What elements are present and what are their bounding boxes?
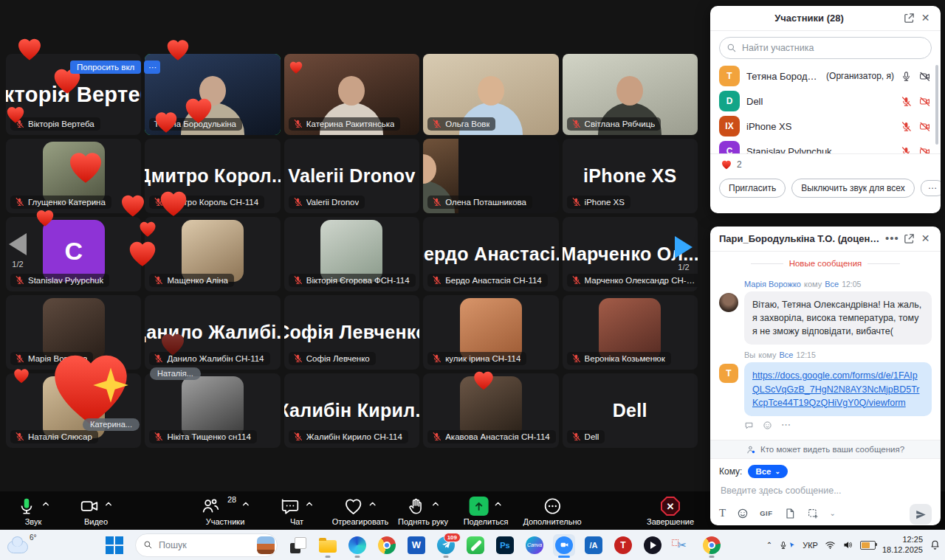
chat-message-input[interactable] — [719, 485, 935, 497]
popout-icon[interactable] — [903, 12, 915, 24]
emoji-icon[interactable] — [737, 508, 749, 519]
mute-all-button[interactable]: Выключить звук для всех — [791, 179, 914, 198]
toolbar-more[interactable]: Дополнительно — [523, 497, 581, 526]
chat-more-icon[interactable]: ••• — [885, 232, 898, 245]
invite-button[interactable]: Пригласить — [719, 179, 786, 198]
mic-in-use-indicator[interactable] — [779, 541, 796, 550]
chevron-up-icon[interactable] — [432, 501, 439, 507]
toolbar-end-meeting[interactable]: ✕ Завершение — [647, 497, 694, 526]
task-view-button[interactable] — [289, 536, 307, 554]
toolbar-react[interactable]: Отреагировать — [332, 497, 389, 526]
prev-page-arrow-icon[interactable] — [9, 233, 27, 255]
gallery-prev-page[interactable]: 1/2 — [9, 233, 27, 269]
participants-more-button[interactable]: ⋯ — [921, 180, 941, 196]
start-button[interactable] — [106, 536, 123, 554]
telegram-button[interactable]: 109 — [437, 536, 455, 554]
send-message-button[interactable] — [910, 504, 932, 525]
close-icon[interactable]: ✕ — [919, 232, 932, 245]
snipping-tool-button[interactable]: ✂ — [673, 536, 691, 554]
wifi-icon[interactable] — [825, 539, 836, 550]
chevron-up-icon[interactable] — [369, 501, 377, 507]
reply-icon[interactable] — [744, 421, 754, 430]
taskbar-search[interactable] — [135, 533, 278, 557]
close-icon[interactable]: ✕ — [919, 12, 932, 24]
participant-search-input[interactable] — [719, 37, 932, 59]
recipient-selector[interactable]: Все⌄ — [748, 465, 788, 478]
participant-row[interactable]: T Тетяна Бородулькі... (Организатор, я) — [710, 63, 941, 89]
popout-icon[interactable] — [903, 232, 915, 245]
file-explorer-button[interactable] — [319, 536, 337, 554]
media-player-button[interactable] — [644, 536, 662, 554]
video-tile[interactable]: Valerii Dronov Valerii Dronov — [284, 139, 419, 213]
video-tile[interactable]: Акавова Анастасія СН-114 — [423, 373, 558, 448]
gallery-next-page[interactable]: 1/2 — [675, 236, 693, 272]
video-tile[interactable]: Dell Dell — [563, 373, 698, 448]
video-tile[interactable]: Світлана Рябчиць — [563, 54, 698, 135]
chevron-up-icon[interactable] — [42, 501, 49, 507]
language-indicator[interactable]: УКР — [803, 541, 818, 550]
chrome-secondary-button[interactable] — [703, 536, 721, 554]
message-recipient[interactable]: Все — [825, 280, 839, 288]
notifications-bell-icon[interactable] — [929, 539, 941, 550]
next-page-arrow-icon[interactable] — [675, 236, 693, 258]
mic-icon[interactable] — [901, 71, 912, 82]
video-tile[interactable]: Жалибін Кирил... Жалибін Кирило СН-114 — [284, 373, 419, 448]
video-tile[interactable]: Олена Поташникова — [423, 139, 558, 213]
camera-off-icon[interactable] — [919, 96, 930, 107]
video-tile[interactable]: Тетяна Бородулькіна — [145, 54, 280, 135]
battery-icon[interactable] — [860, 541, 876, 550]
scrollbar-thumb[interactable] — [935, 65, 938, 145]
video-tile[interactable]: Данило Жалибі... Данило Жалибін СН-114 — [145, 295, 280, 370]
chevron-up-icon[interactable] — [242, 501, 250, 507]
toolbar-audio[interactable]: Звук — [17, 497, 49, 526]
camera-off-icon[interactable] — [919, 121, 930, 132]
tray-expand-icon[interactable]: ⌃ — [766, 541, 772, 549]
message-recipient[interactable]: Все — [780, 350, 794, 359]
video-tile[interactable]: Нікіта Тищенко сн114 — [145, 373, 280, 448]
notes-app-button[interactable] — [467, 536, 484, 554]
movavi-button[interactable]: /A — [585, 536, 602, 554]
ask-to-unmute-button[interactable]: Попросить вкл — [70, 61, 141, 74]
chevron-up-icon[interactable] — [306, 501, 313, 507]
participant-row[interactable]: IX iPhone XS — [710, 114, 941, 139]
add-reaction-icon[interactable] — [763, 421, 772, 430]
message-more-icon[interactable]: ⋯ — [781, 421, 791, 429]
canva-button[interactable]: Canva — [526, 536, 543, 554]
mic-muted-icon[interactable] — [901, 96, 912, 107]
format-text-icon[interactable]: T — [719, 507, 726, 519]
toolbar-raise-hand[interactable]: Поднять руку — [398, 497, 448, 526]
message-author[interactable]: Марія Ворожко — [744, 280, 801, 288]
chevron-down-icon[interactable]: ⌄ — [830, 509, 836, 517]
video-tile[interactable]: Ольга Вовк — [423, 54, 558, 135]
word-button[interactable]: W — [408, 536, 425, 554]
camera-off-icon[interactable] — [919, 71, 930, 82]
chevron-up-icon[interactable] — [495, 501, 502, 507]
video-tile[interactable]: Мащенко Аліна — [145, 217, 280, 291]
taskbar-clock[interactable]: 12:25 18.12.2025 — [882, 535, 923, 556]
taskbar-search-input[interactable] — [157, 539, 252, 551]
chrome-button[interactable] — [378, 536, 396, 554]
toolbar-share-screen[interactable]: Поделиться — [464, 497, 509, 526]
search-highlight-image[interactable] — [257, 536, 275, 554]
shared-link[interactable]: https://docs.google.com/forms/d/e/1FAIpQ… — [752, 370, 919, 407]
video-tile[interactable]: кулик ірина СН-114 — [423, 295, 558, 370]
volume-icon[interactable] — [842, 539, 853, 550]
photoshop-button[interactable]: Ps — [496, 536, 514, 554]
toolbar-participants[interactable]: 28 Участники — [201, 497, 250, 526]
mic-muted-icon[interactable] — [901, 121, 912, 132]
participant-row[interactable]: C Stanislav Pylypchuk — [710, 139, 941, 153]
chevron-up-icon[interactable] — [105, 501, 112, 507]
video-tile[interactable]: Софія Левченко Софія Левченко — [284, 295, 419, 370]
camera-off-icon[interactable] — [919, 146, 930, 154]
toolbar-video[interactable]: Видео — [80, 497, 112, 526]
mic-muted-icon[interactable] — [901, 146, 912, 154]
video-tile[interactable]: Катерина Ракитянська — [284, 54, 419, 135]
zoom-app-button[interactable] — [555, 536, 573, 554]
video-tile[interactable]: Дмитро Корол... Дмитро Король СН-114 — [145, 139, 280, 213]
video-tile[interactable]: Вікторія Єгорова ФСН-114 — [284, 217, 419, 291]
toolbar-chat[interactable]: Чат — [281, 497, 313, 526]
t-app-button[interactable]: T — [614, 536, 632, 554]
participant-row[interactable]: D Dell — [710, 89, 941, 114]
video-tile[interactable]: iPhone XS iPhone XS — [563, 139, 698, 213]
gif-button[interactable]: GIF — [760, 509, 772, 517]
